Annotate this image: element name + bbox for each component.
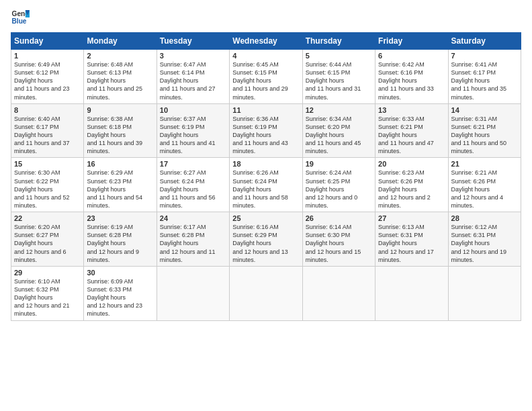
day-info: Sunrise: 6:19 AMSunset: 6:28 PMDaylight … [87,223,153,264]
day-cell: 11Sunrise: 6:36 AMSunset: 6:19 PMDayligh… [230,103,302,158]
day-info: Sunrise: 6:41 AMSunset: 6:17 PMDaylight … [451,60,518,101]
day-number: 2 [87,52,153,60]
logo: General Blue [11,8,30,27]
day-cell: 4Sunrise: 6:45 AMSunset: 6:15 PMDaylight… [230,50,302,104]
day-info: Sunrise: 6:27 AMSunset: 6:24 PMDaylight … [160,169,226,210]
day-number: 26 [306,214,372,222]
day-number: 29 [14,269,81,277]
day-info: Sunrise: 6:24 AMSunset: 6:25 PMDaylight … [306,169,372,210]
day-cell: 24Sunrise: 6:17 AMSunset: 6:28 PMDayligh… [157,212,229,267]
header-thursday: Thursday [302,33,375,50]
day-info: Sunrise: 6:38 AMSunset: 6:18 PMDaylight … [87,115,153,156]
day-cell: 25Sunrise: 6:16 AMSunset: 6:29 PMDayligh… [230,212,302,267]
day-number: 1 [14,52,81,60]
day-number: 13 [378,106,445,114]
day-number: 27 [378,214,445,222]
day-cell: 3Sunrise: 6:47 AMSunset: 6:14 PMDaylight… [157,50,229,104]
day-info: Sunrise: 6:47 AMSunset: 6:14 PMDaylight … [160,60,226,101]
header-sunday: Sunday [11,33,84,50]
week-row-2: 8Sunrise: 6:40 AMSunset: 6:17 PMDaylight… [11,103,521,158]
day-cell: 27Sunrise: 6:13 AMSunset: 6:31 PMDayligh… [375,212,448,267]
day-cell: 5Sunrise: 6:44 AMSunset: 6:15 PMDaylight… [302,50,375,104]
day-number: 18 [232,160,299,168]
day-info: Sunrise: 6:26 AMSunset: 6:24 PMDaylight … [232,169,299,210]
day-number: 3 [160,52,226,60]
day-cell: 23Sunrise: 6:19 AMSunset: 6:28 PMDayligh… [84,212,157,267]
day-cell: 2Sunrise: 6:48 AMSunset: 6:13 PMDaylight… [84,50,157,104]
day-info: Sunrise: 6:23 AMSunset: 6:26 PMDaylight … [378,169,445,210]
day-info: Sunrise: 6:40 AMSunset: 6:17 PMDaylight … [14,115,81,156]
day-cell: 1Sunrise: 6:49 AMSunset: 6:12 PMDaylight… [11,50,84,104]
day-cell: 29Sunrise: 6:10 AMSunset: 6:32 PMDayligh… [11,266,84,320]
day-info: Sunrise: 6:42 AMSunset: 6:16 PMDaylight … [378,60,445,101]
day-number: 11 [232,106,299,114]
day-number: 28 [451,214,518,222]
day-info: Sunrise: 6:33 AMSunset: 6:21 PMDaylight … [378,115,445,156]
week-row-4: 22Sunrise: 6:20 AMSunset: 6:27 PMDayligh… [11,212,521,267]
day-number: 15 [14,160,81,168]
header-saturday: Saturday [448,33,521,50]
day-number: 14 [451,106,518,114]
day-cell: 7Sunrise: 6:41 AMSunset: 6:17 PMDaylight… [448,50,521,104]
day-cell: 28Sunrise: 6:12 AMSunset: 6:31 PMDayligh… [448,212,521,267]
day-info: Sunrise: 6:30 AMSunset: 6:22 PMDaylight … [14,169,81,210]
day-info: Sunrise: 6:09 AMSunset: 6:33 PMDaylight … [87,277,153,318]
day-info: Sunrise: 6:16 AMSunset: 6:29 PMDaylight … [232,223,299,264]
day-number: 6 [378,52,445,60]
day-cell: 12Sunrise: 6:34 AMSunset: 6:20 PMDayligh… [302,103,375,158]
day-info: Sunrise: 6:34 AMSunset: 6:20 PMDaylight … [306,115,372,156]
day-info: Sunrise: 6:17 AMSunset: 6:28 PMDaylight … [160,223,226,264]
day-info: Sunrise: 6:37 AMSunset: 6:19 PMDaylight … [160,115,226,156]
day-info: Sunrise: 6:12 AMSunset: 6:31 PMDaylight … [451,223,518,264]
day-cell: 30Sunrise: 6:09 AMSunset: 6:33 PMDayligh… [84,266,157,320]
day-cell: 21Sunrise: 6:21 AMSunset: 6:26 PMDayligh… [448,158,521,212]
header-monday: Monday [84,33,157,50]
day-cell: 8Sunrise: 6:40 AMSunset: 6:17 PMDaylight… [11,103,84,158]
day-info: Sunrise: 6:36 AMSunset: 6:19 PMDaylight … [232,115,299,156]
day-cell: 15Sunrise: 6:30 AMSunset: 6:22 PMDayligh… [11,158,84,212]
day-number: 22 [14,214,81,222]
week-row-5: 29Sunrise: 6:10 AMSunset: 6:32 PMDayligh… [11,266,521,320]
svg-text:Blue: Blue [12,17,27,25]
day-number: 8 [14,106,81,114]
day-number: 7 [451,52,518,60]
day-number: 12 [306,106,372,114]
calendar-table: SundayMondayTuesdayWednesdayThursdayFrid… [11,32,521,321]
day-info: Sunrise: 6:45 AMSunset: 6:15 PMDaylight … [232,60,299,101]
day-info: Sunrise: 6:13 AMSunset: 6:31 PMDaylight … [378,223,445,264]
day-info: Sunrise: 6:44 AMSunset: 6:15 PMDaylight … [306,60,372,101]
day-number: 30 [87,269,153,277]
header-wednesday: Wednesday [230,33,302,50]
day-info: Sunrise: 6:48 AMSunset: 6:13 PMDaylight … [87,60,153,101]
day-number: 10 [160,106,226,114]
logo-icon: General Blue [11,8,30,27]
day-cell: 14Sunrise: 6:31 AMSunset: 6:21 PMDayligh… [448,103,521,158]
day-cell: 10Sunrise: 6:37 AMSunset: 6:19 PMDayligh… [157,103,229,158]
page-header: General Blue [11,8,521,27]
day-cell: 6Sunrise: 6:42 AMSunset: 6:16 PMDaylight… [375,50,448,104]
day-cell [375,266,448,320]
calendar-header-row: SundayMondayTuesdayWednesdayThursdayFrid… [11,33,521,50]
day-number: 9 [87,106,153,114]
day-cell: 9Sunrise: 6:38 AMSunset: 6:18 PMDaylight… [84,103,157,158]
header-friday: Friday [375,33,448,50]
day-cell [157,266,229,320]
day-info: Sunrise: 6:21 AMSunset: 6:26 PMDaylight … [451,169,518,210]
day-number: 24 [160,214,226,222]
day-number: 25 [232,214,299,222]
day-cell: 19Sunrise: 6:24 AMSunset: 6:25 PMDayligh… [302,158,375,212]
day-info: Sunrise: 6:31 AMSunset: 6:21 PMDaylight … [451,115,518,156]
day-cell: 17Sunrise: 6:27 AMSunset: 6:24 PMDayligh… [157,158,229,212]
day-cell [302,266,375,320]
day-number: 20 [378,160,445,168]
day-number: 21 [451,160,518,168]
day-info: Sunrise: 6:20 AMSunset: 6:27 PMDaylight … [14,223,81,264]
day-cell [230,266,302,320]
day-cell: 26Sunrise: 6:14 AMSunset: 6:30 PMDayligh… [302,212,375,267]
week-row-3: 15Sunrise: 6:30 AMSunset: 6:22 PMDayligh… [11,158,521,212]
day-info: Sunrise: 6:14 AMSunset: 6:30 PMDaylight … [306,223,372,264]
day-info: Sunrise: 6:49 AMSunset: 6:12 PMDaylight … [14,60,81,101]
day-cell: 22Sunrise: 6:20 AMSunset: 6:27 PMDayligh… [11,212,84,267]
day-number: 19 [306,160,372,168]
day-info: Sunrise: 6:29 AMSunset: 6:23 PMDaylight … [87,169,153,210]
